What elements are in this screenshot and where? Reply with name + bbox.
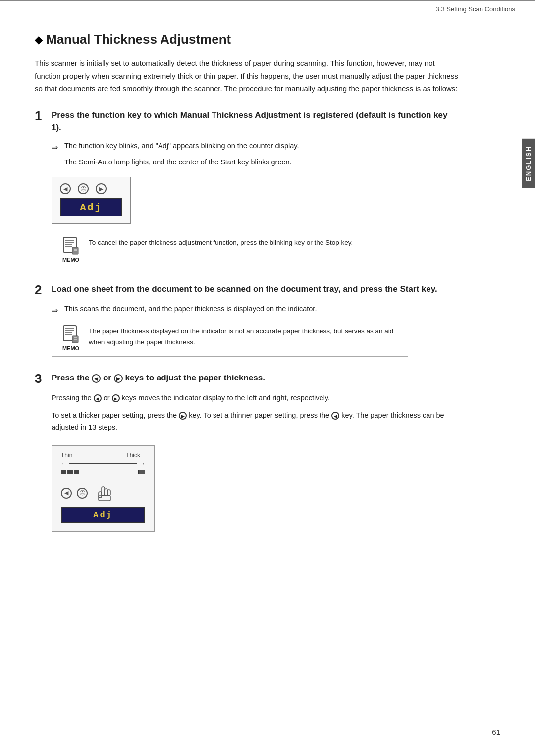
step-1: 1 Press the function key to which Manual… bbox=[35, 109, 476, 269]
step-1-title: Press the function key to which Manual T… bbox=[52, 109, 458, 134]
memo-text-2: The paper thickness displayed on the ind… bbox=[89, 325, 401, 347]
seg2-2 bbox=[67, 476, 73, 480]
memo-label-1: MEMO bbox=[62, 257, 79, 263]
step-3-header: 3 Press the ◀ or ▶ keys to adjust the pa… bbox=[35, 372, 476, 386]
svg-rect-19 bbox=[107, 490, 110, 496]
seg-10 bbox=[119, 470, 124, 474]
thick-label: Thick bbox=[126, 452, 140, 459]
language-tab: ENGLISH bbox=[522, 139, 535, 188]
seg2-11 bbox=[125, 476, 131, 480]
memo-text-1: To cancel the paper thickness adjustment… bbox=[89, 236, 353, 248]
step-1-number: 1 bbox=[35, 109, 47, 123]
seg2-9 bbox=[112, 476, 118, 480]
arrow-icon: ⇒ bbox=[52, 141, 61, 154]
left-arrow-indicator: ← bbox=[61, 460, 67, 467]
step-1-memo: MEMO To cancel the paper thickness adjus… bbox=[52, 231, 408, 268]
seg2-5 bbox=[87, 476, 92, 480]
center-circle-icon: Ⓐ bbox=[78, 183, 89, 194]
thin-label: Thin bbox=[61, 452, 72, 459]
right-arrow-indicator: → bbox=[139, 460, 145, 467]
memo-icon-2 bbox=[61, 325, 80, 344]
seg2-10 bbox=[119, 476, 124, 480]
step-2-memo: MEMO The paper thickness displayed on th… bbox=[52, 320, 408, 357]
seg2-8 bbox=[106, 476, 111, 480]
svg-rect-20 bbox=[99, 496, 110, 501]
diag-center-circle: Ⓐ bbox=[77, 488, 88, 499]
svg-rect-18 bbox=[99, 492, 102, 498]
step-3-diagram: Thin Thick ← → bbox=[52, 445, 155, 532]
section-title: 3.3 Setting Scan Conditions bbox=[436, 5, 515, 13]
step-2-result: ⇒ This scans the document, and the paper… bbox=[52, 303, 458, 317]
seg-13 bbox=[138, 470, 145, 474]
right-circle-icon: ▶ bbox=[96, 183, 107, 194]
step-2-title: Load one sheet from the document to be s… bbox=[52, 283, 437, 296]
seg2-3 bbox=[74, 476, 79, 480]
seg-7 bbox=[100, 470, 105, 474]
seg-11 bbox=[125, 470, 131, 474]
lcd-display-1: Adj bbox=[60, 198, 122, 216]
seg2-7 bbox=[100, 476, 105, 480]
svg-rect-17 bbox=[105, 489, 107, 496]
diamond-icon: ◆ bbox=[35, 34, 42, 46]
seg-1 bbox=[61, 470, 66, 474]
seg2-1 bbox=[61, 476, 66, 480]
segment-row-1 bbox=[61, 470, 145, 474]
diagram-icons-row: ◀ Ⓐ bbox=[61, 484, 145, 503]
svg-rect-16 bbox=[102, 487, 105, 496]
seg2-4 bbox=[80, 476, 86, 480]
diag-left-circle: ◀ bbox=[61, 488, 72, 499]
step-1-header: 1 Press the function key to which Manual… bbox=[35, 109, 476, 134]
memo-icon-area: MEMO bbox=[59, 236, 83, 263]
seg-5 bbox=[87, 470, 92, 474]
step-2-result-text: This scans the document, and the paper t… bbox=[64, 303, 317, 315]
segment-row-2 bbox=[61, 476, 145, 480]
memo-label-2: MEMO bbox=[62, 345, 79, 351]
seg-3 bbox=[74, 470, 79, 474]
step-3-title: Press the ◀ or ▶ keys to adjust the pape… bbox=[52, 372, 265, 384]
lcd-display-3: Adj bbox=[61, 507, 145, 523]
memo-icon bbox=[61, 236, 80, 255]
seg2-6 bbox=[93, 476, 99, 480]
intro-text: This scanner is initially set to automat… bbox=[35, 57, 461, 95]
memo-icon-area-2: MEMO bbox=[59, 325, 83, 351]
finger-icon bbox=[98, 484, 112, 503]
step-3: 3 Press the ◀ or ▶ keys to adjust the pa… bbox=[35, 372, 476, 532]
step-1-sub-result: The Semi-Auto lamp lights, and the cente… bbox=[64, 157, 476, 168]
step-1-display: ◀ Ⓐ ▶ Adj bbox=[52, 177, 131, 224]
left-circle-icon: ◀ bbox=[60, 183, 71, 194]
seg2-12 bbox=[132, 476, 137, 480]
step-1-result-text: The function key blinks, and "Adj" appea… bbox=[64, 140, 299, 152]
section-header: 3.3 Setting Scan Conditions bbox=[0, 0, 535, 17]
thin-thick-labels: Thin Thick bbox=[61, 452, 145, 459]
step-3-body-1: Pressing the ◀ or ▶ keys moves the indic… bbox=[52, 392, 458, 404]
display-icons: ◀ Ⓐ ▶ bbox=[60, 183, 122, 194]
step-2-header: 2 Load one sheet from the document to be… bbox=[35, 283, 476, 297]
step-1-result: ⇒ The function key blinks, and "Adj" app… bbox=[52, 140, 458, 154]
seg-12 bbox=[132, 470, 137, 474]
step-3-body-2: To set a thicker paper setting, press th… bbox=[52, 409, 458, 433]
arrow-icon-2: ⇒ bbox=[52, 304, 61, 317]
page-number: 61 bbox=[492, 728, 500, 736]
seg-8 bbox=[106, 470, 111, 474]
step-2: 2 Load one sheet from the document to be… bbox=[35, 283, 476, 357]
seg2-13 bbox=[138, 476, 145, 480]
step-2-number: 2 bbox=[35, 283, 47, 297]
page-title: ◆ Manual Thickness Adjustment bbox=[35, 32, 476, 47]
main-content: ◆ Manual Thickness Adjustment This scann… bbox=[0, 17, 515, 576]
seg-2 bbox=[67, 470, 73, 474]
seg-4 bbox=[80, 470, 86, 474]
step-3-number: 3 bbox=[35, 372, 47, 386]
seg-9 bbox=[112, 470, 118, 474]
seg-6 bbox=[93, 470, 99, 474]
